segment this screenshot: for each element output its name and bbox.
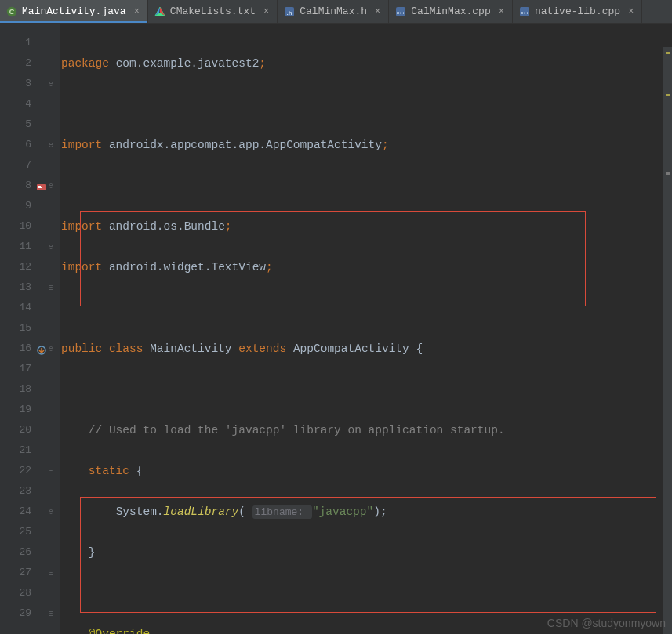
close-icon[interactable]: × [263,6,269,17]
cpp-file-icon: c++ [519,6,530,17]
close-icon[interactable]: × [628,6,634,17]
fold-icon[interactable]: ⊖ [49,344,53,353]
code-area[interactable]: package com.example.javatest2; import an… [60,24,672,634]
svg-rect-13 [38,186,41,187]
fold-icon[interactable]: ⊟ [49,466,53,476]
svg-text:c++: c++ [521,10,529,15]
svg-text:.h: .h [287,9,292,16]
related-problem-icon [36,180,47,191]
fold-icon[interactable]: ⊖ [49,79,53,89]
tab-label: CMakeLists.txt [170,5,256,17]
fold-icon[interactable]: ⊖ [49,181,53,190]
cmake-icon [154,6,165,17]
fold-icon[interactable]: ⊟ [49,568,53,578]
tab-label: CalMinMax.cpp [411,5,490,17]
editor[interactable]: 1234567 8 9101112131415 16 1718192021222… [0,24,672,634]
fold-icon[interactable]: ⊖ [49,140,53,150]
svg-text:C: C [9,8,15,16]
tab-nativelib-cpp[interactable]: c++ native-lib.cpp × [513,0,642,23]
line-number-gutter: 1234567 8 9101112131415 16 1718192021222… [0,24,49,634]
fold-icon[interactable]: ⊟ [49,283,53,292]
tab-calminmax-h[interactable]: .h CalMinMax.h × [278,0,389,23]
fold-icon[interactable]: ⊖ [49,242,53,252]
editor-tabs: C MainActivity.java × CMakeLists.txt × .… [0,0,672,24]
tab-label: native-lib.cpp [535,5,620,17]
watermark: CSDN @studyonmyown [547,617,666,629]
tab-label: CalMinMax.h [300,5,367,17]
close-icon[interactable]: × [134,6,140,17]
tab-calminmax-cpp[interactable]: c++ CalMinMax.cpp × [389,0,513,23]
tab-cmakelists[interactable]: CMakeLists.txt × [148,0,278,23]
h-file-icon: .h [284,6,295,17]
tab-label: MainActivity.java [22,5,126,17]
tab-mainactivity[interactable]: C MainActivity.java × [0,0,148,23]
scrollbar[interactable] [663,47,672,634]
fold-gutter: ⊖ ⊖ ⊖ ⊖ ⊟ ⊖ ⊟ ⊖ ⊟ ⊟ [49,24,60,634]
close-icon[interactable]: × [499,6,504,17]
svg-rect-14 [38,187,42,188]
cpp-file-icon: c++ [395,6,406,17]
svg-text:c++: c++ [397,10,405,15]
class-icon: C [6,6,17,17]
close-icon[interactable]: × [375,6,380,17]
override-icon[interactable] [36,343,47,354]
fold-icon[interactable]: ⊖ [49,507,53,516]
fold-icon[interactable]: ⊟ [49,609,53,618]
